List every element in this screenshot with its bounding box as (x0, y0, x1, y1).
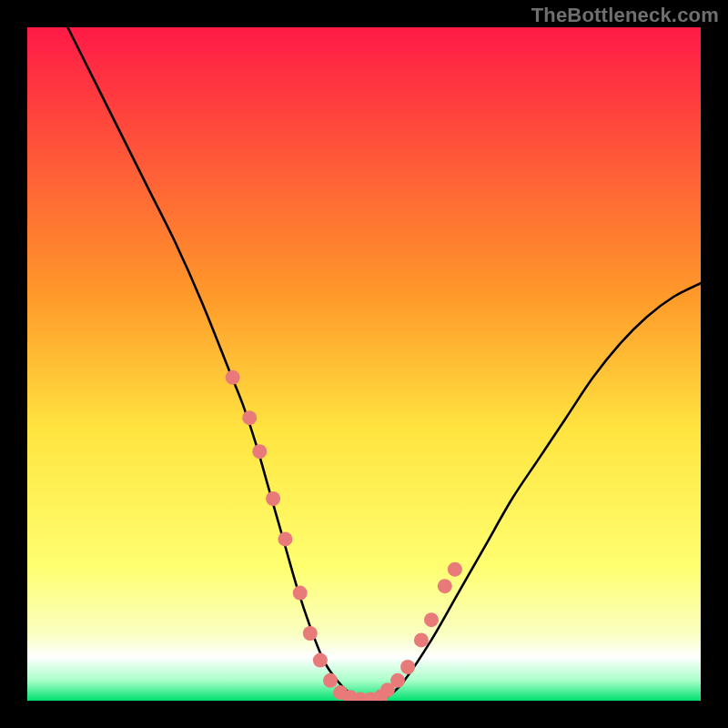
highlight-dot (313, 653, 328, 668)
highlight-dot (226, 370, 240, 385)
highlight-dot (400, 660, 415, 674)
highlight-dot (303, 626, 318, 641)
outer-frame: TheBottleneck.com (0, 0, 728, 728)
highlight-dot (323, 673, 338, 688)
highlight-dot (390, 673, 405, 688)
highlight-dot (293, 586, 308, 601)
highlight-dot (266, 491, 280, 506)
highlight-dot (252, 444, 267, 459)
chart-svg (27, 27, 701, 701)
chart-background (27, 27, 701, 701)
highlight-dot (278, 531, 292, 546)
highlight-dot (424, 612, 439, 627)
chart-plot (27, 27, 701, 701)
watermark-text: TheBottleneck.com (531, 4, 719, 27)
highlight-dot (414, 632, 429, 647)
highlight-dot (448, 562, 462, 577)
highlight-dot (242, 410, 257, 425)
highlight-dot (438, 579, 452, 593)
